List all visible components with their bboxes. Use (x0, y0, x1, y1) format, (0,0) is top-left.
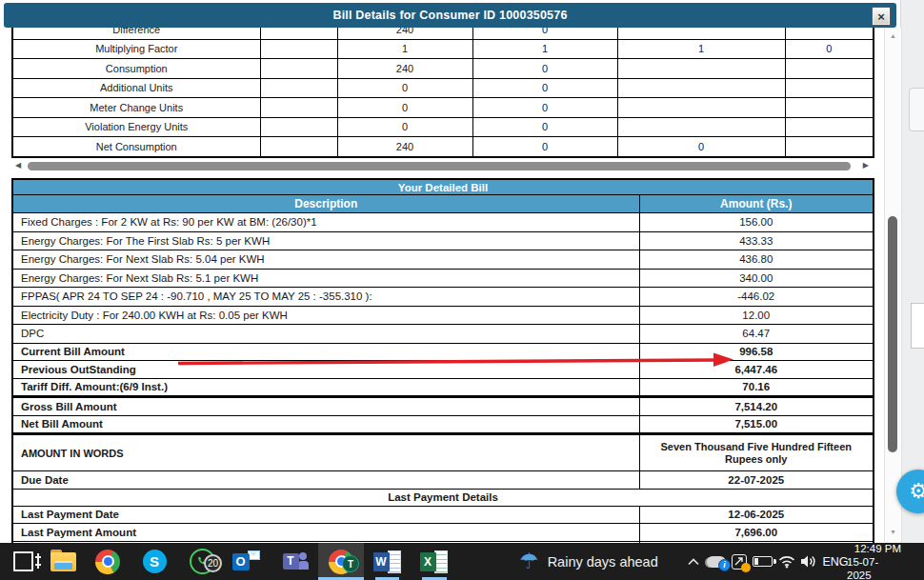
summary-label: Previous OutStanding (12, 361, 639, 379)
table-row: Additional Units 0 0 (12, 78, 874, 98)
whatsapp-badge: 20 (204, 554, 222, 572)
summary-row-current-bill: Current Bill Amount 996.58 (12, 343, 874, 361)
summary-row-tariff-diff: Tariff Diff. Amount:(6/9 Inst.) 70.16 (12, 378, 874, 397)
last-payment-details-header: Last Payment Details (12, 489, 874, 506)
section-header: Your Detailed Bill (12, 179, 874, 195)
dialog-title: Bill Details for Consumer ID 1000350576 (332, 9, 567, 22)
chrome-profile-button[interactable]: T (318, 543, 364, 580)
scroll-up-icon[interactable]: ▲ (885, 32, 901, 39)
summary-amount: 70.16 (639, 378, 874, 397)
amount-in-words-label: AMOUNT IN WORDS (12, 434, 639, 471)
table-row: Multiplying Factor 1 1 1 0 (12, 39, 874, 59)
background-panel-fragment (909, 88, 924, 131)
table-row: Meter Change Units 0 0 (12, 98, 874, 118)
scroll-right-icon[interactable]: ▶ (863, 160, 869, 171)
scroll-down-icon[interactable]: ▼ (885, 529, 901, 535)
excel-button[interactable]: X (411, 543, 456, 580)
bill-desc-cell: Electricity Duty : For 240.00 KWH at Rs:… (12, 306, 639, 325)
amount-in-words-value: Seven Thousand Five Hundred Fifteen Rupe… (639, 434, 874, 471)
file-explorer-button[interactable] (40, 543, 86, 580)
skype-button[interactable]: S (131, 543, 177, 580)
bill-amount-cell: 156.00 (639, 213, 874, 232)
bill-desc-cell: Energy Charges: For Next Slab Rs: 5.1 pe… (12, 269, 639, 288)
onedrive-tray-button[interactable]: i (705, 543, 728, 580)
scroll-left-icon[interactable]: ◀ (15, 160, 21, 171)
bill-amount-cell: -446.02 (639, 288, 874, 307)
bill-desc-cell: Energy Charges: For Next Slab Rs: 5.04 p… (12, 250, 639, 270)
background-panel-fragment (911, 303, 924, 349)
taskbar: S 20 O T T W (0, 543, 924, 580)
detailed-bill-table: Your Detailed Bill Description Amount (R… (11, 178, 874, 572)
summary-label: Current Bill Amount (12, 343, 639, 361)
weather-text: Rainy days ahead (548, 554, 658, 570)
summary-amount: 7,515.00 (639, 415, 874, 434)
table-row: Energy Charges: For Next Slab Rs: 5.1 pe… (12, 269, 874, 288)
chevron-up-icon (688, 558, 699, 566)
last-payment-amount-value: 7,696.00 (639, 524, 874, 542)
outlook-button[interactable]: O (223, 543, 269, 580)
language-indicator[interactable]: ENG (821, 543, 850, 580)
summary-amount: 6,447.46 (639, 361, 874, 379)
summary-label: Gross Bill Amount (12, 397, 639, 416)
section-title: Your Detailed Bill (12, 179, 874, 195)
cast-tray-button[interactable] (728, 543, 750, 580)
weather-widget[interactable]: Rainy days ahead (519, 543, 658, 580)
last-payment-date-row: Last Payment Date 12-06-2025 (12, 506, 874, 524)
volume-tray-button[interactable] (797, 543, 821, 580)
chrome-button[interactable] (85, 543, 131, 580)
dialog-titlebar: Bill Details for Consumer ID 1000350576 … (4, 3, 896, 28)
task-view-icon (13, 551, 33, 571)
meter-row-label: Meter Change Units (12, 98, 260, 118)
battery-tray-button[interactable] (750, 543, 775, 580)
excel-icon: X (420, 550, 448, 573)
last-payment-amount-row: Last Payment Amount 7,696.00 (12, 524, 874, 542)
summary-amount: 996.58 (639, 343, 874, 361)
bill-amount-cell: 436.80 (639, 250, 874, 270)
bill-desc-cell: Energy Charges: For The First Slab Rs: 5… (12, 231, 639, 250)
column-header-description: Description (12, 195, 639, 213)
column-header-amount: Amount (Rs.) (639, 195, 874, 213)
table-row: Energy Charges: For The First Slab Rs: 5… (12, 231, 874, 250)
clock-date: 15-07-2025 (847, 555, 901, 580)
show-hidden-icons-button[interactable] (682, 543, 705, 580)
file-explorer-icon (50, 552, 76, 571)
clock-widget[interactable]: 12:49 PM 15-07-2025 (847, 543, 901, 580)
teams-icon: T (281, 550, 309, 573)
skype-icon: S (143, 550, 167, 573)
last-payment-date-value: 12-06-2025 (639, 506, 874, 524)
bill-desc-cell: Fixed Charges : For 2 KW at Rs: 90 per K… (12, 213, 639, 232)
amount-in-words-row: AMOUNT IN WORDS Seven Thousand Five Hund… (12, 434, 874, 471)
meter-row-label: Consumption (12, 59, 260, 79)
table-row: Fixed Charges : For 2 KW at Rs: 90 per K… (12, 213, 874, 232)
table-row: Net Consumption 240 0 0 (12, 137, 874, 157)
last-payment-amount-label: Last Payment Amount (12, 524, 639, 542)
bill-amount-cell: 340.00 (639, 269, 874, 288)
vertical-scrollbar[interactable]: ▲ ▼ (884, 28, 902, 542)
due-date-value: 22-07-2025 (639, 471, 874, 490)
last-payment-date-label: Last Payment Date (12, 506, 639, 524)
summary-row-gross-bill: Gross Bill Amount 7,514.20 (12, 397, 874, 416)
screen: Difference 240 0 Multiplying Factor 1 1 … (0, 0, 924, 580)
whatsapp-button[interactable]: 20 (179, 543, 225, 580)
bill-desc-cell: FPPAS( APR 24 TO SEP 24 : -90.710 , MAY … (12, 288, 639, 307)
umbrella-rain-icon (519, 550, 539, 572)
close-icon[interactable]: × (872, 7, 891, 26)
table-row: Electricity Duty : For 240.00 KWH at Rs:… (12, 306, 874, 325)
battery-icon (753, 556, 773, 567)
bill-desc-cell: DPC (12, 325, 639, 344)
vertical-scrollbar-thumb[interactable] (888, 216, 897, 452)
summary-label: Net Bill Amount (12, 415, 639, 434)
bill-amount-cell: 12.00 (639, 306, 874, 325)
wifi-tray-button[interactable] (775, 543, 797, 580)
table-row: Energy Charges: For Next Slab Rs: 5.04 p… (12, 250, 874, 270)
meter-row-label: Multiplying Factor (12, 39, 260, 59)
page-background-strip (900, 0, 924, 543)
meter-row-label: Violation Energy Units (12, 117, 260, 137)
bill-amount-cell: 433.33 (639, 231, 874, 250)
summary-amount: 7,514.20 (639, 397, 874, 416)
task-view-button[interactable] (0, 543, 46, 580)
teams-button[interactable]: T (271, 543, 317, 580)
horizontal-scrollbar-thumb[interactable] (28, 162, 851, 170)
horizontal-scrollbar[interactable]: ◀ ▶ (15, 159, 869, 172)
word-button[interactable]: W (364, 543, 410, 580)
